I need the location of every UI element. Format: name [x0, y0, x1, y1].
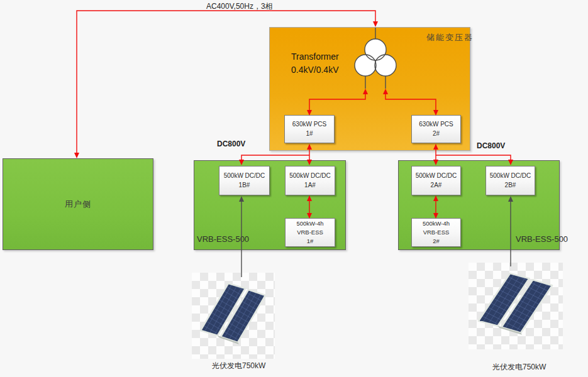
dcdc-2b-number: 2B#	[505, 181, 516, 190]
battery-2-power: 500kW-4h	[423, 219, 450, 228]
dcdc-1a-power: 500kW DC/DC	[289, 172, 331, 181]
solar-panel-icon	[192, 273, 275, 359]
pv-label-left: 光伏发电750kW	[212, 361, 265, 371]
dcdc-unit-1b: 500kW DC/DC 1B#	[219, 166, 270, 195]
pcs-1-number: 1#	[306, 129, 313, 139]
user-side-block: 用户侧	[3, 158, 153, 250]
battery-unit-1: 500kW-4h VRB-ESS 1#	[285, 218, 335, 247]
battery-1-number: 1#	[307, 237, 314, 246]
pcs-2-power: 630kW PCS	[419, 120, 453, 129]
dc-bus-label-right: DC800V	[477, 141, 505, 150]
pv-array-image-left	[192, 273, 275, 359]
ess-right-name: VRB-ESS-500	[516, 234, 568, 244]
ac-feed-label: AC400V,50Hz，3相	[206, 1, 273, 12]
pcs-unit-2: 630kW PCS 2#	[411, 115, 461, 143]
battery-1-power: 500kW-4h	[296, 219, 323, 228]
ess-left-name: VRB-ESS-500	[197, 234, 249, 244]
dcdc-1b-power: 500kW DC/DC	[224, 172, 265, 181]
pcs-unit-1: 630kW PCS 1#	[284, 115, 335, 143]
transformer-station-title: 储能变压器	[426, 32, 474, 43]
pcs-1-power: 630kW PCS	[292, 120, 326, 129]
dc-bus-label-left: DC800V	[217, 139, 245, 148]
transformer-label-line1: Transformer	[291, 50, 339, 63]
pcs-2-number: 2#	[433, 129, 440, 139]
dcdc-2a-power: 500kW DC/DC	[416, 172, 457, 181]
battery-2-number: 2#	[433, 237, 440, 246]
user-side-label: 用户侧	[3, 159, 153, 249]
pv-label-right: 光伏发电750kW	[492, 362, 546, 373]
battery-2-type: VRB-ESS	[423, 228, 450, 237]
solar-panel-icon	[469, 263, 563, 349]
dcdc-1a-number: 1A#	[304, 181, 316, 190]
dcdc-2b-power: 500kW DC/DC	[490, 172, 531, 181]
transformer-label: Transformer 0.4kV/0.4kV	[291, 50, 339, 77]
system-diagram: AC400V,50Hz，3相 用户侧 储能变压器 Transformer 0.4…	[0, 0, 588, 377]
dcdc-2a-number: 2A#	[431, 181, 442, 190]
transformer-label-line2: 0.4kV/0.4kV	[291, 63, 339, 77]
dcdc-unit-2b: 500kW DC/DC 2B#	[485, 166, 535, 195]
battery-1-type: VRB-ESS	[297, 228, 323, 237]
pv-array-image-right	[469, 263, 563, 349]
dcdc-1b-number: 1B#	[239, 181, 250, 190]
dcdc-unit-1a: 500kW DC/DC 1A#	[285, 166, 335, 195]
battery-unit-2: 500kW-4h VRB-ESS 2#	[411, 218, 461, 247]
dcdc-unit-2a: 500kW DC/DC 2A#	[411, 166, 461, 195]
